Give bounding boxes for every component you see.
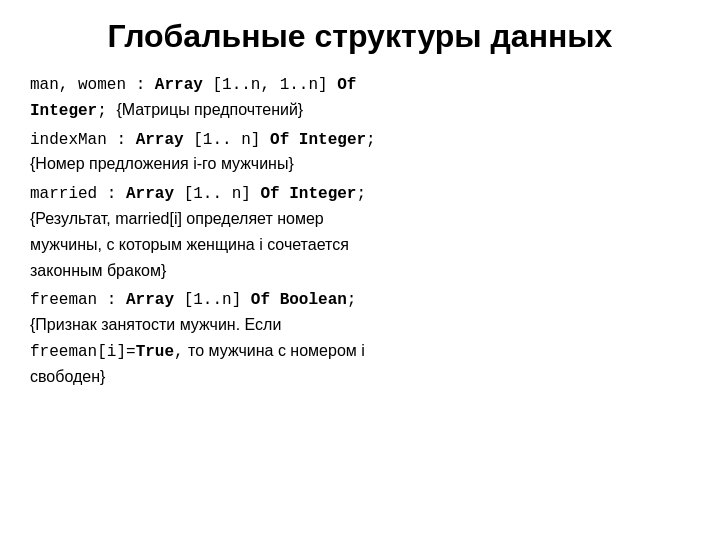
code-part: married [30,185,107,203]
code-line: married : Array [1.. n] Of Integer; [30,182,690,207]
code-line: {Номер предложения i-го мужчины} [30,152,690,178]
code-part: [1.. n] [174,185,260,203]
code-part: Array [126,291,174,309]
code-part: ; [366,131,376,149]
code-part: Array [155,76,203,94]
code-part: то мужчина с номером i [184,342,365,359]
code-part: : [136,76,155,94]
code-line: indexMan : Array [1.. n] Of Integer; [30,128,690,153]
code-part: [1.. n] [184,131,270,149]
code-line: мужчины, с которым женщина i сочетается [30,233,690,259]
code-part: indexMan [30,131,116,149]
code-part: ; [347,291,357,309]
code-part: Of Integer [260,185,356,203]
page-title: Глобальные структуры данных [30,18,690,55]
page: Глобальные структуры данных man, women :… [0,0,720,540]
code-part: ; [97,102,116,120]
code-part: man, women [30,76,136,94]
code-part: freeman [30,291,107,309]
code-line: man, women : Array [1..n, 1..n] Of [30,73,690,98]
code-part: Of Boolean [251,291,347,309]
code-part: {Номер предложения i-го мужчины} [30,155,294,172]
code-block-block4: freeman : Array [1..n] Of Boolean;{Призн… [30,288,690,390]
code-block-block3: married : Array [1.. n] Of Integer;{Резу… [30,182,690,284]
code-part: True [136,343,174,361]
code-line: законным браком} [30,259,690,285]
code-part: Integer [30,102,97,120]
code-part: Of Integer [270,131,366,149]
code-part: ; [356,185,366,203]
code-block-block2: indexMan : Array [1.. n] Of Integer;{Ном… [30,128,690,179]
code-part: : [107,291,126,309]
code-part: Array [136,131,184,149]
code-part: свободен} [30,368,105,385]
code-part: {Признак занятости мужчин. Если [30,316,281,333]
code-block-block1: man, women : Array [1..n, 1..n] OfIntege… [30,73,690,124]
code-part: [1..n, 1..n] [203,76,337,94]
code-part: Of [337,76,356,94]
code-line: {Признак занятости мужчин. Если [30,313,690,339]
code-line: свободен} [30,365,690,391]
code-part: мужчины, с которым женщина i сочетается [30,236,349,253]
code-part: : [116,131,135,149]
content-area: man, women : Array [1..n, 1..n] OfIntege… [30,73,690,391]
code-line: freeman : Array [1..n] Of Boolean; [30,288,690,313]
code-line: {Результат, married[i] определяет номер [30,207,690,233]
code-part: freeman[i]= [30,343,136,361]
code-part: Array [126,185,174,203]
code-part: [1..n] [174,291,251,309]
code-part: законным браком} [30,262,166,279]
code-part: : [107,185,126,203]
code-part: {Результат, married[i] определяет номер [30,210,324,227]
code-part: {Матрицы предпочтений} [116,101,303,118]
code-line: freeman[i]=True, то мужчина с номером i [30,339,690,365]
code-line: Integer; {Матрицы предпочтений} [30,98,690,124]
code-part: , [174,343,184,361]
